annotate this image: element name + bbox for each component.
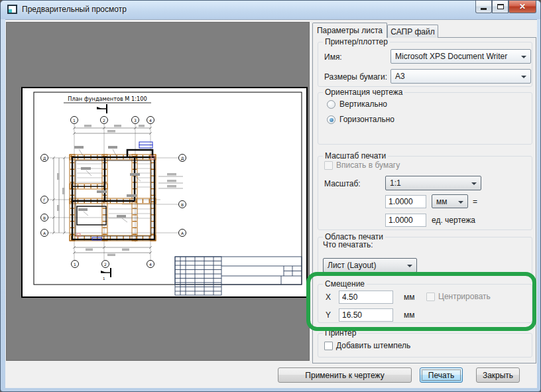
radio-vertical[interactable] xyxy=(327,100,335,109)
svg-text:Д: Д xyxy=(181,156,184,161)
tab-cad-file[interactable]: САПР файл xyxy=(387,25,438,38)
fit-to-paper-label: Вписать в бумагу xyxy=(336,161,400,170)
print-preview-area: План фундаментов М 1:100 xyxy=(6,22,310,361)
foundation-plan-drawing: План фундаментов М 1:100 xyxy=(23,88,306,296)
printer-group-title: Принтер/плоттер xyxy=(323,37,390,46)
title-block xyxy=(175,257,302,295)
drawing-title: План фундаментов М 1:100 xyxy=(68,96,147,102)
chevron-down-icon xyxy=(458,201,463,204)
window-title: Предварительный просмотр xyxy=(22,5,127,14)
fit-to-paper-checkbox xyxy=(324,161,333,170)
orientation-group-title: Ориентация чертежа xyxy=(323,88,404,97)
drawing-units-label: ед. чертежа xyxy=(432,216,475,225)
close-icon: ✕ xyxy=(519,2,526,11)
app-icon xyxy=(7,5,17,14)
what-to-print-label: Что печатать: xyxy=(323,240,373,249)
chevron-down-icon xyxy=(521,56,526,58)
svg-text:В: В xyxy=(181,202,184,207)
close-button[interactable]: ✕ xyxy=(509,1,536,13)
print-button[interactable]: Печать xyxy=(420,367,463,383)
units-combo[interactable]: мм xyxy=(432,194,468,208)
print-preview-dialog: Предварительный просмотр ✕ План фундамен… xyxy=(0,0,541,392)
printer-name-combo[interactable]: Microsoft XPS Document Writer xyxy=(391,49,531,64)
chevron-down-icon xyxy=(471,182,477,185)
chevron-down-icon xyxy=(407,265,412,267)
maximize-button[interactable] xyxy=(492,1,509,13)
add-stamp-checkbox[interactable] xyxy=(324,342,333,350)
scale-label: Масштаб: xyxy=(324,179,361,188)
equals-sign: = xyxy=(473,197,477,206)
walls xyxy=(72,150,154,239)
paper-size-combo[interactable]: A3 xyxy=(391,69,531,84)
radio-vertical-label[interactable]: Вертикально xyxy=(339,99,387,109)
apply-to-drawing-button[interactable]: Применить к чертежу xyxy=(278,367,412,383)
radio-horizontal[interactable] xyxy=(327,115,335,124)
svg-text:2: 2 xyxy=(103,118,105,123)
svg-text:1: 1 xyxy=(103,277,105,281)
svg-text:4: 4 xyxy=(149,262,152,267)
minimize-button[interactable] xyxy=(475,1,492,13)
svg-text:В: В xyxy=(43,216,46,220)
radio-horizontal-label[interactable]: Горизонтально xyxy=(339,115,394,124)
svg-text:2: 2 xyxy=(104,262,107,267)
paper-sheet: План фундаментов М 1:100 xyxy=(21,87,308,298)
highlight-annotation xyxy=(306,272,536,331)
scale-group-title: Масштаб печати xyxy=(323,151,388,161)
svg-text:1: 1 xyxy=(73,118,76,123)
svg-text:3: 3 xyxy=(134,118,137,123)
svg-text:Д: Д xyxy=(43,156,46,161)
svg-text:4: 4 xyxy=(149,118,152,123)
svg-text:Г: Г xyxy=(43,198,46,202)
paper-size-label: Размеры бумаги: xyxy=(324,72,387,82)
titlebar: Предварительный просмотр xyxy=(1,1,540,19)
add-stamp-label[interactable]: Добавить штемпель xyxy=(336,341,410,350)
paper-units-input[interactable] xyxy=(385,195,426,208)
what-to-print-combo[interactable]: Лист (Layout) xyxy=(323,258,417,273)
chevron-down-icon xyxy=(521,76,526,78)
tab-page-params[interactable]: Параметры листа xyxy=(312,23,387,38)
close-dialog-button[interactable]: Закрыть xyxy=(476,367,520,383)
minimize-icon xyxy=(481,8,487,10)
scale-combo[interactable]: 1:1 xyxy=(385,176,481,190)
svg-text:1: 1 xyxy=(74,262,76,267)
printer-name-label: Имя: xyxy=(324,52,342,62)
drawing-units-input[interactable] xyxy=(385,214,426,227)
maximize-icon xyxy=(497,4,504,9)
